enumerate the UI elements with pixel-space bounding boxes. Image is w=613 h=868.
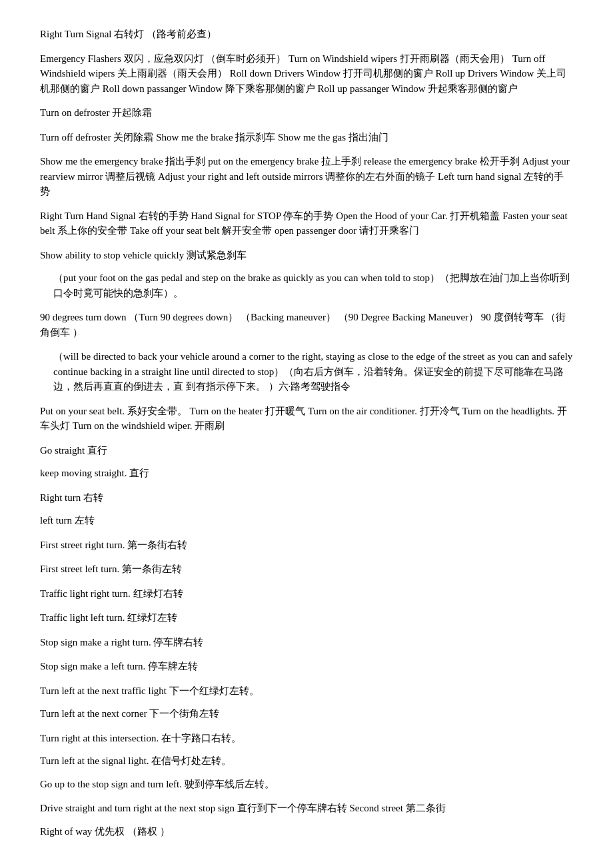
- block19-text: Stop sign make a right turn. 停车牌右转: [40, 635, 573, 650]
- block1-text: Right Turn Signal 右转灯 （路考前必查）: [40, 27, 573, 42]
- block8: 90 degrees turn down （Turn 90 degrees do…: [40, 310, 573, 340]
- block14: left turn 左转: [40, 513, 573, 528]
- block18-text: Traffic light left turn. 红绿灯左转: [40, 610, 573, 626]
- block7b-text: （put your foot on the gas pedal and step…: [53, 270, 573, 300]
- block5: Show me the emergency brake 指出手刹 put on …: [40, 154, 573, 199]
- block2: Emergency Flashers 双闪，应急双闪灯 （倒车时必须开） Tur…: [40, 51, 573, 97]
- block8-text: 90 degrees turn down （Turn 90 degrees do…: [40, 310, 573, 340]
- block26-text: Drive straight and turn right at the nex…: [40, 801, 573, 816]
- block20: Stop sign make a left turn. 停车牌左转: [40, 659, 573, 674]
- block9: （will be directed to back your vehicle a…: [40, 349, 573, 394]
- block20-text: Stop sign make a left turn. 停车牌左转: [40, 659, 573, 674]
- block7-text: Show ability to stop vehicle quickly 测试紧…: [40, 248, 573, 263]
- block26: Drive straight and turn right at the nex…: [40, 801, 573, 816]
- block7: Show ability to stop vehicle quickly 测试紧…: [40, 248, 573, 263]
- block6-text: Right Turn Hand Signal 右转的手势 Hand Signal…: [40, 209, 573, 238]
- block6: Right Turn Hand Signal 右转的手势 Hand Signal…: [40, 209, 573, 238]
- block21-text: Turn left at the next traffic light 下一个红…: [40, 683, 573, 699]
- block23: Turn right at this intersection. 在十字路口右转…: [40, 731, 573, 746]
- block27: Right of way 优先权 （路权 ）: [40, 824, 573, 839]
- block4-text: Turn off defroster 关闭除霜 Show me the brak…: [40, 130, 573, 145]
- block10-text: Put on your seat belt. 系好安全带。 Turn on th…: [40, 404, 573, 434]
- block22: Turn left at the next corner 下一个街角左转: [40, 706, 573, 721]
- page-footer: 3 / 5: [40, 865, 573, 868]
- block12-text: keep moving straight. 直行: [40, 466, 573, 481]
- page-content: Right Turn Signal 右转灯 （路考前必查） Emergency …: [40, 27, 573, 868]
- block14-text: left turn 左转: [40, 513, 573, 528]
- block25-text: Go up to the stop sign and turn left. 驶到…: [40, 777, 573, 792]
- block17: Traffic light right turn. 红绿灯右转: [40, 586, 573, 602]
- block24-text: Turn left at the signal light. 在信号灯处左转。: [40, 753, 573, 769]
- block12: keep moving straight. 直行: [40, 466, 573, 481]
- block7b: （put your foot on the gas pedal and step…: [40, 270, 573, 300]
- block5-text: Show me the emergency brake 指出手刹 put on …: [40, 154, 573, 199]
- block18: Traffic light left turn. 红绿灯左转: [40, 610, 573, 626]
- block10: Put on your seat belt. 系好安全带。 Turn on th…: [40, 404, 573, 434]
- block4: Turn off defroster 关闭除霜 Show me the brak…: [40, 130, 573, 145]
- block15-text: First street right turn. 第一条街右转: [40, 538, 573, 553]
- block25: Go up to the stop sign and turn left. 驶到…: [40, 777, 573, 792]
- block22-text: Turn left at the next corner 下一个街角左转: [40, 706, 573, 721]
- block16: First street left turn. 第一条街左转: [40, 562, 573, 577]
- block11-text: Go straight 直行: [40, 443, 573, 458]
- block13: Right turn 右转: [40, 490, 573, 506]
- block27-text: Right of way 优先权 （路权 ）: [40, 824, 573, 839]
- block9-text: （will be directed to back your vehicle a…: [53, 349, 573, 394]
- block3: Turn on defroster 开起除霜: [40, 105, 573, 121]
- block2-text: Emergency Flashers 双闪，应急双闪灯 （倒车时必须开） Tur…: [40, 51, 573, 97]
- block16-text: First street left turn. 第一条街左转: [40, 562, 573, 577]
- block17-text: Traffic light right turn. 红绿灯右转: [40, 586, 573, 602]
- block13-text: Right turn 右转: [40, 490, 573, 506]
- block23-text: Turn right at this intersection. 在十字路口右转…: [40, 731, 573, 746]
- block15: First street right turn. 第一条街右转: [40, 538, 573, 553]
- block21: Turn left at the next traffic light 下一个红…: [40, 683, 573, 699]
- block24: Turn left at the signal light. 在信号灯处左转。: [40, 753, 573, 769]
- block11: Go straight 直行: [40, 443, 573, 458]
- block1: Right Turn Signal 右转灯 （路考前必查）: [40, 27, 573, 42]
- block3-text: Turn on defroster 开起除霜: [40, 105, 573, 121]
- block19: Stop sign make a right turn. 停车牌右转: [40, 635, 573, 650]
